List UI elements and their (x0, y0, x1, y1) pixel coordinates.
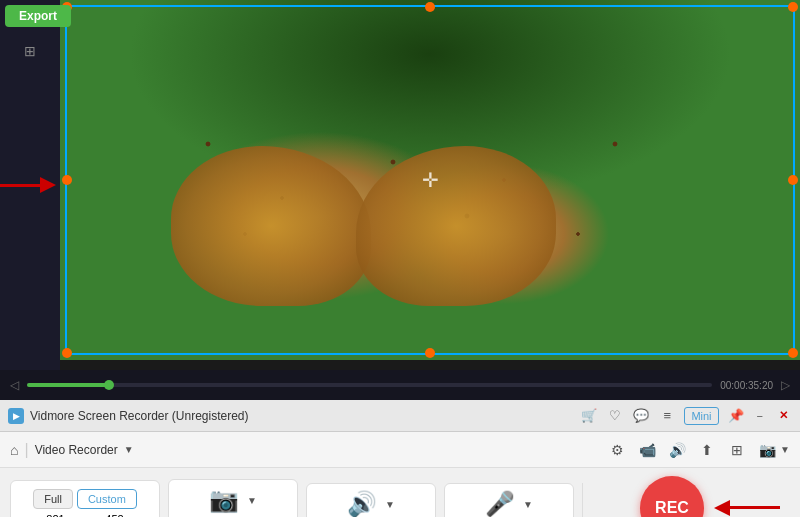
mic-icon-row: 🎤 ▼ (485, 490, 533, 517)
rec-area: REC (591, 476, 790, 518)
region-box: Full Custom ↔ (10, 480, 160, 517)
toolbar-right: ⚙ 📹 🔊 ⬆ ⊞ 📷 ▼ (606, 439, 790, 461)
timeline-track[interactable] (27, 383, 712, 387)
width-input[interactable] (36, 513, 76, 517)
upload-icon[interactable]: ⬆ (696, 439, 718, 461)
dims-separator: ↔ (80, 514, 91, 518)
red-arrow-left (0, 177, 56, 193)
user-icon[interactable]: ♡ (606, 407, 624, 425)
camera-group: 📷 ▼ (756, 439, 790, 461)
app-icon: ▶ (8, 408, 24, 424)
title-bar: ▶ Vidmore Screen Recorder (Unregistered)… (0, 400, 800, 432)
timeline-icon: ◁ (10, 378, 19, 392)
controls-row: Full Custom ↔ 📷 ▼ Take photo 🔊 ▼ (0, 468, 800, 517)
app-title: Vidmore Screen Recorder (Unregistered) (30, 409, 574, 423)
timeline-thumb[interactable] (104, 380, 114, 390)
volume-icon[interactable]: 🔊 (666, 439, 688, 461)
cart-icon[interactable]: 🛒 (580, 407, 598, 425)
custom-button[interactable]: Custom (77, 489, 137, 509)
arrow-line (0, 184, 40, 187)
title-controls: 🛒 ♡ 💬 ≡ Mini 📌 − ✕ (580, 407, 792, 425)
camera-icon-row: 📷 ▼ (209, 486, 257, 514)
timeline-section: ◁ 00:00:35:20 ▷ (0, 370, 800, 400)
screenshot-icon[interactable]: 📷 (756, 439, 778, 461)
rec-arrow-head (714, 500, 730, 516)
rec-button[interactable]: REC (640, 476, 704, 518)
speaker-icon-row: 🔊 ▼ (347, 490, 395, 517)
timeline-time: 00:00:35:20 (720, 380, 773, 391)
cam-icon: 📷 (209, 486, 239, 514)
camera-box: 📷 ▼ Take photo (168, 479, 298, 517)
rec-arrow (714, 500, 780, 516)
cheetah-scene (60, 0, 800, 360)
speaker-dropdown-icon[interactable]: ▼ (385, 499, 395, 510)
rec-arrow-line (730, 506, 780, 509)
mode-chevron-icon[interactable]: ▼ (124, 444, 134, 455)
webcam-icon[interactable]: 📹 (636, 439, 658, 461)
full-button[interactable]: Full (33, 489, 73, 509)
height-input[interactable] (95, 513, 135, 517)
camera-dropdown-icon[interactable]: ▼ (780, 444, 790, 455)
mic-icon: 🎤 (485, 490, 515, 517)
timeline-fill (27, 383, 109, 387)
cam-dropdown-icon[interactable]: ▼ (247, 495, 257, 506)
region-button-row: Full Custom (33, 489, 137, 509)
mic-dropdown-icon[interactable]: ▼ (523, 499, 533, 510)
export-button[interactable]: Export (5, 5, 71, 27)
toolbar: ⌂ | Video Recorder ▼ ⚙ 📹 🔊 ⬆ ⊞ 📷 ▼ (0, 432, 800, 468)
mic-box: 🎤 ▼ (444, 483, 574, 517)
timeline-icon2: ▷ (781, 378, 790, 392)
grid-icon[interactable]: ⊞ (20, 39, 40, 63)
mini-button[interactable]: Mini (684, 407, 718, 425)
pin-icon[interactable]: 📌 (727, 407, 745, 425)
overlay-icon[interactable]: ⊞ (726, 439, 748, 461)
close-button[interactable]: ✕ (775, 409, 792, 422)
video-canvas: ✛ (60, 0, 800, 360)
speaker-icon: 🔊 (347, 490, 377, 517)
recorder-panel: ▶ Vidmore Screen Recorder (Unregistered)… (0, 400, 800, 517)
control-separator (582, 483, 583, 518)
video-area: Export ≡ ⊞ ✛ (0, 0, 800, 370)
menu-icon[interactable]: ≡ (658, 407, 676, 425)
arrow-head (40, 177, 56, 193)
settings-icon[interactable]: ⚙ (606, 439, 628, 461)
speaker-box: 🔊 ▼ (306, 483, 436, 517)
home-icon[interactable]: ⌂ (10, 442, 18, 458)
minimize-button[interactable]: − (753, 410, 767, 422)
toolbar-separator: | (24, 441, 28, 459)
region-dimensions: ↔ (36, 513, 135, 517)
video-recorder-mode[interactable]: Video Recorder (35, 443, 118, 457)
chat-icon[interactable]: 💬 (632, 407, 650, 425)
